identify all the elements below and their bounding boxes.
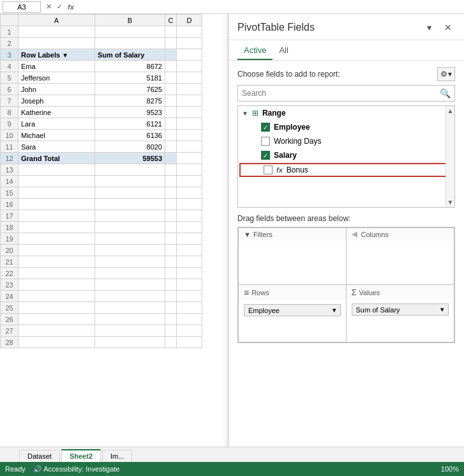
formula-bar: A3 ✕ ✓ fx xyxy=(0,0,464,14)
sheet-tabs: Dataset Sheet2 Im... xyxy=(0,447,464,462)
chip-employee[interactable]: Employee ▾ xyxy=(244,304,341,316)
field-working-days[interactable]: Working Days xyxy=(238,134,454,148)
table-row[interactable]: 9Lara6121 xyxy=(1,118,202,130)
table-row[interactable]: 5Jefferson5181 xyxy=(1,72,202,84)
field-employee[interactable]: ✓ Employee xyxy=(238,120,454,134)
filter-icon: ▼ xyxy=(244,231,251,238)
name-box[interactable]: A3 xyxy=(3,1,41,13)
table-row: 3 Row Labels ▼ Sum of Salary xyxy=(1,49,202,61)
formula-icon: ✕ xyxy=(46,3,52,11)
drag-fields-label: Drag fields between areas below: xyxy=(228,208,464,227)
zoom-level: 100% xyxy=(441,465,459,473)
search-box: 🔍 xyxy=(237,85,455,102)
table-row: 27 xyxy=(1,325,202,337)
table-row: 20 xyxy=(1,245,202,256)
field-name-employee: Employee xyxy=(274,123,310,132)
status-bar: Ready 🔊 Accessibility: Investigate 100% xyxy=(0,462,464,476)
pivot-title: PivotTable Fields xyxy=(237,22,315,33)
settings-button[interactable]: ⚙ ▾ xyxy=(437,67,455,81)
table-row: 12 Grand Total 59553 xyxy=(1,153,202,164)
col-header-d[interactable]: D xyxy=(177,15,202,26)
scroll-down-arrow[interactable]: ▼ xyxy=(447,199,454,206)
tab-dataset[interactable]: Dataset xyxy=(19,450,60,462)
table-row: 22 xyxy=(1,268,202,279)
status-right: 100% xyxy=(441,465,459,473)
area-columns-label: Columns xyxy=(361,231,389,238)
table-row: 1 xyxy=(1,26,202,38)
checkbox-bonus[interactable] xyxy=(264,165,273,174)
pivot-header-icons: ▾ ✕ xyxy=(422,20,455,35)
search-icon: 🔍 xyxy=(436,88,454,98)
chip-sum-salary-label: Sum of Salary xyxy=(356,306,400,314)
table-row: 17 xyxy=(1,210,202,222)
area-values[interactable]: Σ Values Sum of Salary ▾ xyxy=(347,285,455,342)
field-name-working-days: Working Days xyxy=(274,137,321,146)
expand-icon: ▼ xyxy=(242,110,248,117)
table-row: 16 xyxy=(1,199,202,210)
search-input[interactable] xyxy=(238,88,436,99)
pivot-menu-icon[interactable]: ▾ xyxy=(422,20,436,35)
table-row: 26 xyxy=(1,314,202,325)
table-row: 28 xyxy=(1,337,202,348)
table-row: 18 xyxy=(1,222,202,233)
field-bonus[interactable]: fx Bonus xyxy=(239,163,453,177)
pivot-close-icon[interactable]: ✕ xyxy=(441,20,455,35)
tab-im[interactable]: Im... xyxy=(102,450,132,462)
field-name-bonus: Bonus xyxy=(287,165,308,174)
accessibility-status: 🔊 Accessibility: Investigate xyxy=(33,465,120,473)
table-row: 2 xyxy=(1,38,202,49)
fx-icon: fx xyxy=(68,3,74,11)
table-row[interactable]: 4Ema8672 xyxy=(1,61,202,72)
checkmark-icon: ✓ xyxy=(57,3,63,11)
status-ready: Ready xyxy=(5,465,26,473)
pivot-fields-header: Choose fields to add to report: ⚙ ▾ xyxy=(228,61,464,85)
pivot-header: PivotTable Fields ▾ ✕ xyxy=(228,14,464,40)
chevron-down-icon: ▾ xyxy=(448,70,452,79)
area-rows[interactable]: ≡ Rows Employee ▾ xyxy=(238,285,347,342)
table-row: 24 xyxy=(1,291,202,302)
table-row[interactable]: 6John7625 xyxy=(1,84,202,95)
chip-dropdown-arrow[interactable]: ▾ xyxy=(333,306,336,314)
table-row[interactable]: 8Katherine9523 xyxy=(1,107,202,118)
chip-employee-label: Employee xyxy=(248,307,280,314)
col-header-c[interactable]: C xyxy=(165,15,177,26)
checkbox-employee[interactable]: ✓ xyxy=(261,123,270,132)
gear-icon: ⚙ xyxy=(440,70,447,79)
scroll-up-arrow[interactable]: ▲ xyxy=(447,107,454,114)
area-rows-label: Rows xyxy=(251,289,269,296)
table-row: 15 xyxy=(1,187,202,199)
field-salary[interactable]: ✓ Salary xyxy=(238,148,454,162)
col-header-a[interactable]: A xyxy=(19,15,95,26)
columns-icon: ⫷ xyxy=(352,231,359,238)
field-group-range[interactable]: ▼ ⊞ Range xyxy=(238,106,454,120)
chip-values-dropdown[interactable]: ▾ xyxy=(440,305,444,314)
corner-header xyxy=(1,15,19,26)
area-columns[interactable]: ⫷ Columns xyxy=(347,227,455,285)
fields-scrollbar[interactable]: ▲ ▼ xyxy=(445,106,454,207)
chip-sum-salary[interactable]: Sum of Salary ▾ xyxy=(352,303,449,316)
fx-icon: fx xyxy=(276,166,283,174)
tab-all[interactable]: All xyxy=(273,40,294,60)
table-row: 14 xyxy=(1,176,202,187)
table-row[interactable]: 11Sara8020 xyxy=(1,141,202,153)
field-name-salary: Salary xyxy=(274,151,297,160)
values-icon: Σ xyxy=(352,288,357,297)
table-row: 13 xyxy=(1,164,202,176)
pivot-tabs: Active All xyxy=(228,40,464,61)
fields-label: Choose fields to add to report: xyxy=(237,70,340,79)
table-row[interactable]: 10Michael6136 xyxy=(1,130,202,141)
fields-list: ▼ ⊞ Range ✓ Employee Working Days ✓ Sa xyxy=(237,105,455,208)
col-header-b[interactable]: B xyxy=(95,15,165,26)
table-row: 19 xyxy=(1,233,202,245)
areas-grid: ▼ Filters ⫷ Columns ≡ xyxy=(237,227,455,343)
area-filters[interactable]: ▼ Filters xyxy=(238,227,347,285)
table-icon: ⊞ xyxy=(252,109,258,118)
table-row: 21 xyxy=(1,256,202,268)
tab-active[interactable]: Active xyxy=(237,40,273,60)
table-row: 25 xyxy=(1,302,202,314)
checkbox-salary[interactable]: ✓ xyxy=(261,151,270,160)
tab-sheet2[interactable]: Sheet2 xyxy=(61,449,101,462)
pivot-panel: PivotTable Fields ▾ ✕ Active All Choose … xyxy=(228,14,464,447)
table-row[interactable]: 7Joseph8275 xyxy=(1,95,202,107)
checkbox-working-days[interactable] xyxy=(261,137,270,146)
